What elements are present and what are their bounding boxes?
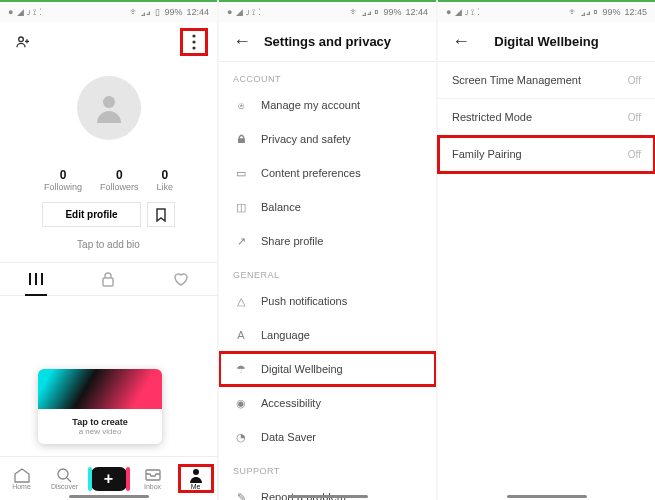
row-manage-account[interactable]: ⍟Manage my account — [219, 88, 436, 122]
stat-followers[interactable]: 0Followers — [100, 168, 139, 192]
svg-point-9 — [58, 469, 68, 479]
clock: 12:44 — [186, 7, 209, 17]
video-icon: ▭ — [233, 165, 249, 181]
svg-rect-7 — [41, 273, 43, 285]
share-icon: ↗ — [233, 233, 249, 249]
status-bar: ●◢ ᴊ ⟟ ⁚ ᯤ ◿⊿ ▯99%12:45 — [438, 0, 655, 22]
row-digital-wellbeing[interactable]: ☂Digital Wellbeing — [219, 352, 436, 386]
back-button[interactable]: ← — [229, 29, 255, 55]
home-indicator — [69, 495, 149, 498]
section-general: GENERAL — [219, 258, 436, 284]
lock-icon: 🔒︎ — [233, 131, 249, 147]
svg-rect-5 — [29, 273, 31, 285]
svg-point-11 — [193, 469, 199, 475]
row-privacy[interactable]: 🔒︎Privacy and safety — [219, 122, 436, 156]
bell-icon: △ — [233, 293, 249, 309]
digital-wellbeing-screen: ●◢ ᴊ ⟟ ⁚ ᯤ ◿⊿ ▯99%12:45 ← Digital Wellbe… — [438, 0, 655, 500]
svg-point-0 — [19, 37, 24, 42]
more-options-button[interactable] — [181, 29, 207, 55]
nav-home[interactable]: Home — [5, 467, 39, 490]
chat-icon: ● — [8, 7, 13, 17]
accessibility-icon: ◉ — [233, 395, 249, 411]
username — [0, 144, 217, 156]
nav-create[interactable]: + — [91, 467, 127, 491]
row-value: Off — [628, 112, 641, 123]
edit-profile-button[interactable]: Edit profile — [42, 202, 140, 227]
profile-tabs — [0, 262, 217, 296]
row-balance[interactable]: ◫Balance — [219, 190, 436, 224]
pen-icon: ✎ — [233, 489, 249, 500]
stats-row: 0Following 0Followers 0Like — [0, 168, 217, 192]
section-support: SUPPORT — [219, 454, 436, 480]
drop-icon: ◔ — [233, 429, 249, 445]
profile-topbar — [0, 22, 217, 62]
home-indicator — [288, 495, 368, 498]
settings-screen: ●◢ ᴊ ⟟ ⁚ ᯤ ◿⊿ ▯99%12:44 ← Settings and p… — [219, 0, 436, 500]
svg-point-4 — [103, 96, 115, 108]
row-family-pairing[interactable]: Family Pairing Off — [438, 136, 655, 173]
svg-point-2 — [192, 40, 195, 43]
create-video-card[interactable]: Tap to create a new video — [38, 369, 162, 444]
nav-me[interactable]: Me — [179, 465, 213, 492]
bookmark-button[interactable] — [147, 202, 175, 227]
svg-rect-10 — [146, 470, 160, 480]
create-title: Tap to create — [46, 417, 154, 427]
row-data-saver[interactable]: ◔Data Saver — [219, 420, 436, 454]
bio-text[interactable]: Tap to add bio — [0, 239, 217, 250]
svg-rect-6 — [35, 273, 37, 285]
dw-topbar: ← Digital Wellbeing — [438, 22, 655, 62]
status-bar: ● ◢ ᴊ ⟟ ⁚ ᯤ ◿⊿ ▯ 99% 12:44 — [0, 0, 217, 22]
row-share-profile[interactable]: ↗Share profile — [219, 224, 436, 258]
bottom-nav: Home Discover + Inbox Me — [0, 456, 217, 500]
svg-point-3 — [192, 46, 195, 49]
status-bar: ●◢ ᴊ ⟟ ⁚ ᯤ ◿⊿ ▯99%12:44 — [219, 0, 436, 22]
settings-topbar: ← Settings and privacy — [219, 22, 436, 62]
tab-liked[interactable] — [145, 263, 217, 295]
add-person-icon[interactable] — [10, 29, 36, 55]
create-subtitle: a new video — [46, 427, 154, 436]
row-push[interactable]: △Push notifications — [219, 284, 436, 318]
row-label: Family Pairing — [452, 148, 522, 160]
row-label: Restricted Mode — [452, 111, 532, 123]
nav-discover[interactable]: Discover — [48, 467, 82, 490]
section-account: ACCOUNT — [219, 62, 436, 88]
stat-likes[interactable]: 0Like — [157, 168, 174, 192]
umbrella-icon: ☂ — [233, 361, 249, 377]
svg-rect-8 — [103, 278, 113, 286]
battery-percent: 99% — [164, 7, 182, 17]
person-icon: ⍟ — [233, 97, 249, 113]
row-value: Off — [628, 75, 641, 86]
profile-screen: ● ◢ ᴊ ⟟ ⁚ ᯤ ◿⊿ ▯ 99% 12:44 0Following 0F… — [0, 0, 217, 500]
language-icon: A — [233, 327, 249, 343]
row-accessibility[interactable]: ◉Accessibility — [219, 386, 436, 420]
avatar[interactable] — [77, 76, 141, 140]
tab-grid[interactable] — [0, 263, 72, 295]
wallet-icon: ◫ — [233, 199, 249, 215]
row-screen-time[interactable]: Screen Time Management Off — [438, 62, 655, 99]
back-button[interactable]: ← — [448, 29, 474, 55]
svg-point-1 — [192, 34, 195, 37]
row-restricted-mode[interactable]: Restricted Mode Off — [438, 99, 655, 136]
create-card-art — [38, 369, 162, 409]
row-value: Off — [628, 149, 641, 160]
home-indicator — [507, 495, 587, 498]
row-label: Screen Time Management — [452, 74, 581, 86]
stat-following[interactable]: 0Following — [44, 168, 82, 192]
row-language[interactable]: ALanguage — [219, 318, 436, 352]
tab-private[interactable] — [72, 263, 144, 295]
row-content-prefs[interactable]: ▭Content preferences — [219, 156, 436, 190]
nav-inbox[interactable]: Inbox — [136, 467, 170, 490]
